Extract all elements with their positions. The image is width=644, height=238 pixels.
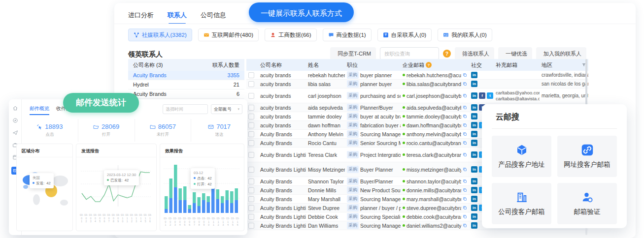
linkedin-icon[interactable]: in [471, 122, 477, 128]
linkedin-icon[interactable]: in [471, 166, 477, 173]
company-cell: acuity brands [258, 122, 306, 128]
linkedin-icon[interactable]: in [471, 151, 477, 158]
linkedin-icon[interactable]: in [471, 222, 477, 229]
table-row: acuity brandslibia salas采购planner buyerl… [246, 80, 588, 89]
email-stats-tab-邮件概览[interactable]: 邮件概览 [30, 105, 49, 115]
region-chart-card: 区域分布 美国发送: 42 [16, 144, 73, 231]
row-checkbox[interactable] [248, 105, 254, 111]
help-icon[interactable]: ? [443, 50, 451, 58]
cloud-card-网址搜客户邮箱[interactable]: 网址搜客户邮箱 [557, 136, 617, 177]
linkedin-icon[interactable]: in [471, 131, 477, 137]
chip-社媒联系人(3382)[interactable]: 社媒联系人(3382) [128, 29, 192, 41]
stat-value: 18893 [36, 123, 63, 130]
copy-icon [463, 223, 467, 228]
send-icon[interactable] [12, 130, 18, 136]
email-help-icon[interactable]: ? [426, 62, 432, 68]
cloud-card-公司搜客户邮箱[interactable]: 公司搜客户邮箱 [492, 183, 551, 224]
row-checkbox[interactable] [248, 214, 254, 220]
email-stats-window: 邮件概览收件人画像 选择时间 全部账号 ▾ 18893点击28069打开8605… [9, 99, 247, 235]
seal-icon [270, 32, 276, 38]
name-cell: Missy Metzinger [306, 167, 345, 173]
position-cell: 采购Buyer/Planner [345, 178, 401, 185]
effect-card-title: 效果报告 [160, 144, 244, 157]
company-count: 21 [234, 82, 244, 88]
company-name: Hydrel [128, 82, 234, 88]
verified-dot [403, 133, 405, 135]
row-checkbox[interactable] [248, 131, 254, 137]
linkedin-icon[interactable]: in [471, 92, 477, 99]
stat-未打开: 86057未打开 [135, 119, 191, 142]
cloud-search-title: 云邮搜 [496, 112, 519, 122]
chip-工商数据(66)[interactable]: 工商数据(66) [265, 29, 316, 41]
one-click-optimize-button[interactable]: 一键优选 [498, 47, 532, 60]
position-tag: 采购 [347, 213, 359, 220]
click-icon [36, 124, 42, 130]
tab-进口分析[interactable]: 进口分析 [128, 11, 154, 24]
email-cell: donnie.mills@acuitybrands.com [401, 187, 469, 193]
linkedin-icon[interactable]: in [471, 178, 477, 184]
cloud-card-产品搜客户地址[interactable]: 产品搜客户地址 [492, 136, 551, 177]
linkedin-icon[interactable]: in [471, 213, 477, 220]
company-cell: Acuity Brands Lighting [258, 205, 306, 211]
send-card-title: 发送报告 [76, 144, 156, 157]
chip-我的联系人(0)[interactable]: 我的联系人(0) [438, 29, 492, 41]
chart-tooltip: 03-12点击: 42打开: 42 [191, 168, 215, 189]
linkedin-icon[interactable]: in [471, 72, 477, 78]
company-cell: acuity brands [258, 72, 306, 78]
linkedin-icon[interactable]: in [471, 196, 477, 202]
linkedin-icon[interactable]: in [471, 187, 477, 193]
effect-report-card: 效果报告 03-12点击: 42打开: 4203-0103-0203-0303-… [160, 144, 244, 231]
chip-商业数据(1)[interactable]: 商业数据(1) [323, 29, 372, 41]
social-cell: inft [469, 92, 494, 99]
linkedin-icon[interactable]: in [471, 113, 477, 119]
linkedin-icon[interactable]: in [471, 81, 477, 87]
cloud-card-邮箱验证[interactable]: 邮箱验证 [557, 183, 617, 224]
row-checkbox[interactable] [248, 93, 254, 99]
copy-icon [463, 206, 467, 210]
row-checkbox[interactable] [248, 196, 254, 202]
sync-tcrm-button[interactable]: 同步至T-CRM [330, 47, 376, 60]
facebook-icon[interactable]: f [479, 92, 485, 99]
tab-公司信息[interactable]: 公司信息 [201, 11, 226, 24]
row-checkbox[interactable] [248, 72, 254, 78]
row-checkbox[interactable] [248, 167, 254, 173]
chip-自采联系人(0)[interactable]: 自采联系人(0) [377, 29, 432, 41]
company-row[interactable]: Acuity Brands6 [128, 89, 244, 99]
chip-互联网邮件(480)[interactable]: 互联网邮件(480) [198, 29, 259, 41]
search-input[interactable] [380, 47, 439, 60]
linkedin-icon[interactable]: in [471, 104, 477, 111]
add-to-my-contacts-button[interactable]: 加入我的联系人 [536, 47, 586, 60]
tab-联系人[interactable]: 联系人 [168, 11, 187, 24]
company-row[interactable]: Hydrel21 [128, 80, 244, 89]
name-cell: aida sepulveda [306, 105, 345, 111]
email-cell: dawn.hoffman@acuitybrands.com [401, 122, 469, 128]
position-cell: 采购Senior Sourcing Man [345, 139, 401, 147]
row-checkbox[interactable] [248, 114, 254, 119]
contact-count-header: 联系人数量 [212, 61, 244, 69]
chevron-down-icon: ▾ [237, 107, 239, 111]
row-checkbox-cell [246, 140, 258, 146]
verified-dot [403, 207, 405, 209]
twitter-icon[interactable]: t [487, 92, 493, 99]
name-cell: Donnie Mills [306, 187, 345, 193]
row-checkbox[interactable] [248, 178, 254, 184]
card-icon [443, 32, 449, 38]
row-checkbox[interactable] [248, 152, 254, 158]
email-cell: mary.marshall@acuitybrands.com [401, 196, 469, 202]
row-checkbox[interactable] [248, 81, 254, 87]
chip-label: 社媒联系人(3382) [142, 31, 187, 39]
company-cell: Acuity Brands [258, 140, 306, 146]
date-picker[interactable]: 选择时间 [163, 104, 208, 114]
row-checkbox[interactable] [248, 223, 254, 229]
account-select[interactable]: 全部账号 ▾ [211, 104, 242, 114]
filter-contacts-button[interactable]: 筛选联系人 [455, 47, 494, 60]
compass-icon[interactable] [12, 118, 18, 123]
row-checkbox[interactable] [248, 205, 254, 211]
row-checkbox[interactable] [248, 122, 254, 128]
home-icon[interactable] [12, 105, 18, 111]
row-checkbox[interactable] [248, 140, 254, 146]
linkedin-icon[interactable]: in [471, 205, 477, 211]
linkedin-icon[interactable]: in [471, 140, 477, 146]
row-checkbox[interactable] [248, 187, 254, 193]
company-row[interactable]: Acuity Brands3355 [128, 71, 244, 80]
